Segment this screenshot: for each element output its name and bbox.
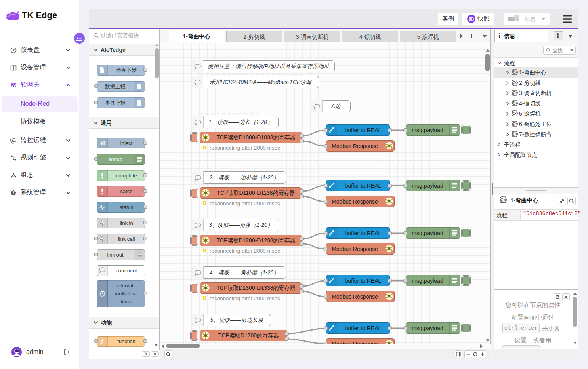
svg-text:f: f	[101, 338, 104, 344]
